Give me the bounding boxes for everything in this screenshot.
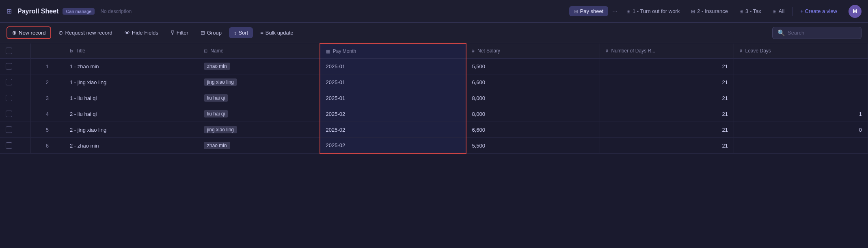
header-netsalary: # Net Salary xyxy=(466,44,600,59)
search-icon: 🔍 xyxy=(777,29,785,37)
row-checkbox-0[interactable] xyxy=(6,63,12,70)
filter-label: Filter xyxy=(177,30,188,36)
row-checkbox-2[interactable] xyxy=(6,95,12,101)
bulk-update-label: Bulk update xyxy=(266,30,294,36)
cell-checkbox-5[interactable] xyxy=(0,138,30,154)
tab-insurance[interactable]: ⊞ 2 - Insurance xyxy=(686,6,733,16)
toolbar: ⊕ New record ⊙ Request new record 👁 Hide… xyxy=(0,23,868,43)
search-input[interactable] xyxy=(788,30,856,36)
cell-checkbox-0[interactable] xyxy=(0,59,30,74)
cell-rownum-0: 1 xyxy=(30,59,64,74)
tab-tax-label: 3 - Tax xyxy=(745,8,761,14)
cell-days-1: 21 xyxy=(600,74,734,90)
cell-days-3: 21 xyxy=(600,106,734,122)
tab-grid-icon: ⊞ xyxy=(574,9,578,14)
cell-checkbox-2[interactable] xyxy=(0,90,30,106)
group-icon: ⊟ xyxy=(201,30,205,36)
no-description: No description xyxy=(100,9,132,14)
main-table: fx Title ⊡ Name ▦ Pay Month # Net Salary… xyxy=(0,43,868,154)
new-record-label: New record xyxy=(19,30,45,36)
header-rownum xyxy=(30,44,64,59)
row-checkbox-4[interactable] xyxy=(6,126,12,133)
table-row: 5 2 - jing xiao ling jing xiao ling 2025… xyxy=(0,122,868,138)
row-checkbox-5[interactable] xyxy=(6,142,12,149)
header-title: fx Title xyxy=(64,44,198,59)
create-view-button[interactable]: + Create a view xyxy=(796,6,841,16)
cell-days-4: 21 xyxy=(600,122,734,138)
cell-paymonth-0[interactable]: 2025-01 xyxy=(320,59,466,74)
filter-icon: ⊽ xyxy=(171,30,175,36)
cell-netsalary-2: 8,000 xyxy=(466,90,600,106)
cell-netsalary-3: 8,000 xyxy=(466,106,600,122)
row-checkbox-3[interactable] xyxy=(6,111,12,117)
table-row: 1 1 - zhao min zhao min 2025-01 5,500 21 xyxy=(0,59,868,74)
cell-name-2[interactable]: liu hai qi xyxy=(198,90,320,106)
tab-pay-sheet[interactable]: ⊞ Pay sheet xyxy=(569,6,609,16)
tab-turn-out[interactable]: ⊞ 1 - Turn out for work xyxy=(622,6,684,16)
app-title: Payroll Sheet xyxy=(17,8,58,15)
header-leavedays: # Leave Days xyxy=(734,44,868,59)
tab-turn-out-label: 1 - Turn out for work xyxy=(633,8,680,14)
filter-button[interactable]: ⊽ Filter xyxy=(166,27,193,38)
tab-bar: ⊞ Pay sheet ··· ⊞ 1 - Turn out for work … xyxy=(569,6,841,16)
cell-checkbox-4[interactable] xyxy=(0,122,30,138)
paymonth-col-icon: ▦ xyxy=(326,49,330,54)
name-tag-3: liu hai qi xyxy=(204,110,228,117)
table-row: 2 1 - jing xiao ling jing xiao ling 2025… xyxy=(0,74,868,90)
cell-title-3[interactable]: 2 - liu hai qi xyxy=(64,106,198,122)
cell-title-1[interactable]: 1 - jing xiao ling xyxy=(64,74,198,90)
cell-paymonth-2[interactable]: 2025-01 xyxy=(320,90,466,106)
cell-checkbox-3[interactable] xyxy=(0,106,30,122)
tab-insurance-label: 2 - Insurance xyxy=(697,8,728,14)
cell-name-1[interactable]: jing xiao ling xyxy=(198,74,320,90)
cell-rownum-4: 5 xyxy=(30,122,64,138)
tab-more[interactable]: ··· xyxy=(610,6,620,16)
name-tag-4: jing xiao ling xyxy=(204,126,237,133)
request-record-button[interactable]: ⊙ Request new record xyxy=(54,27,117,38)
cell-rownum-5: 6 xyxy=(30,138,64,154)
row-checkbox-1[interactable] xyxy=(6,79,12,85)
tab-tax[interactable]: ⊞ 3 - Tax xyxy=(734,6,766,16)
cell-name-4[interactable]: jing xiao ling xyxy=(198,122,320,138)
tab-turn-icon: ⊞ xyxy=(626,9,630,14)
table-row: 6 2 - zhao min zhao min 2025-02 5,500 21 xyxy=(0,138,868,154)
cell-checkbox-1[interactable] xyxy=(0,74,30,90)
cell-title-5[interactable]: 2 - zhao min xyxy=(64,138,198,154)
cell-paymonth-3[interactable]: 2025-02 xyxy=(320,106,466,122)
bulk-update-button[interactable]: ≡ Bulk update xyxy=(255,27,298,38)
avatar[interactable]: M xyxy=(849,5,862,18)
group-button[interactable]: ⊟ Group xyxy=(196,27,227,38)
header-checkbox[interactable] xyxy=(0,44,30,59)
header-paymonth: ▦ Pay Month xyxy=(320,44,466,59)
cell-name-3[interactable]: liu hai qi xyxy=(198,106,320,122)
hide-fields-button[interactable]: 👁 Hide Fields xyxy=(120,27,163,38)
cell-paymonth-4[interactable]: 2025-02 xyxy=(320,122,466,138)
header-days: # Number of Days R... xyxy=(600,44,734,59)
header-netsalary-label: Net Salary xyxy=(477,48,500,54)
cell-paymonth-5[interactable]: 2025-02 xyxy=(320,138,466,154)
cell-name-0[interactable]: zhao min xyxy=(198,59,320,74)
select-all-checkbox[interactable] xyxy=(6,48,12,54)
tab-tax-icon: ⊞ xyxy=(739,9,743,14)
cell-days-0: 21 xyxy=(600,59,734,74)
netsalary-col-icon: # xyxy=(472,48,475,53)
create-view-label: + Create a view xyxy=(800,8,837,14)
days-col-icon: # xyxy=(606,48,608,53)
cell-title-4[interactable]: 2 - jing xiao ling xyxy=(64,122,198,138)
leavedays-col-icon: # xyxy=(740,48,742,53)
search-box[interactable]: 🔍 xyxy=(772,27,862,39)
cell-paymonth-1[interactable]: 2025-01 xyxy=(320,74,466,90)
cell-rownum-2: 3 xyxy=(30,90,64,106)
cell-netsalary-0: 5,500 xyxy=(466,59,600,74)
cell-title-2[interactable]: 1 - liu hai qi xyxy=(64,90,198,106)
new-record-button[interactable]: ⊕ New record xyxy=(6,26,51,39)
header-paymonth-label: Pay Month xyxy=(333,48,356,54)
cell-title-0[interactable]: 1 - zhao min xyxy=(64,59,198,74)
tab-all-label: All xyxy=(779,8,784,14)
tab-all[interactable]: ⊞ All xyxy=(768,6,789,16)
sort-button[interactable]: ↕ Sort xyxy=(229,27,253,38)
cell-netsalary-1: 6,600 xyxy=(466,74,600,90)
cell-name-5[interactable]: zhao min xyxy=(198,138,320,154)
header-leavedays-label: Leave Days xyxy=(745,48,771,54)
cell-days-5: 21 xyxy=(600,138,734,154)
